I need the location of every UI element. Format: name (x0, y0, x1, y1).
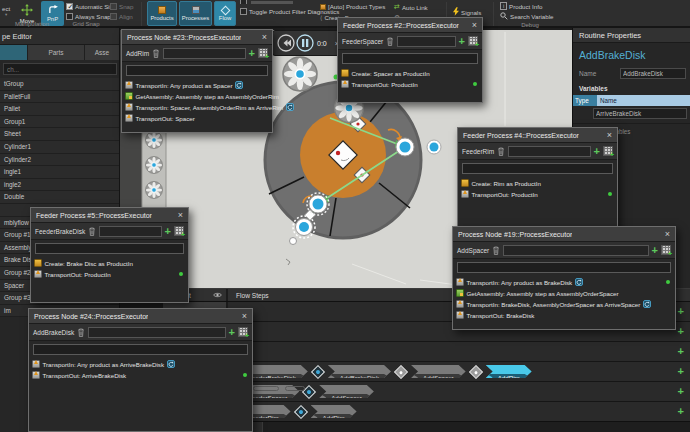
auto-link-button[interactable]: ⇄ Auto Link (394, 3, 428, 11)
list-item[interactable]: ingle2 (0, 179, 119, 192)
statement-grid-button[interactable] (603, 146, 613, 156)
panel-titlebar[interactable]: Process Node #24::ProcessExecutor× (29, 309, 252, 324)
statement-item[interactable]: TransportIn: Any product as BrakeDisk (456, 277, 672, 287)
trash-icon[interactable] (88, 222, 96, 240)
statement-item[interactable]: TransportOut: BrakeDisk (456, 310, 672, 320)
routine-name[interactable]: AddSpacer (457, 247, 489, 254)
product-info-button[interactable]: i Product Info (500, 2, 542, 10)
add-statement-button[interactable]: + (165, 226, 171, 237)
routine-name[interactable]: AddRim (126, 50, 149, 57)
flow-step-chip[interactable]: AddSpacer (411, 365, 466, 378)
simulation-playbar[interactable]: 0:0 × (272, 30, 345, 56)
panel-titlebar[interactable]: Feeder Process #5::ProcessExecutor× (31, 208, 188, 223)
trash-icon[interactable] (386, 32, 394, 50)
search-variable-button[interactable]: Search Variable (500, 12, 554, 21)
statement-item[interactable]: TransportIn: Spacer, AssemblyOrderRim as… (125, 102, 269, 112)
products-view-button[interactable]: Products (147, 1, 177, 26)
routine-filter-field[interactable] (503, 245, 648, 256)
close-icon[interactable]: × (242, 312, 247, 321)
statement-listbox[interactable] (35, 243, 184, 254)
automatic-size-checkbox[interactable]: Automatic Size (66, 3, 116, 10)
statement-listbox[interactable] (33, 344, 248, 355)
routine-name[interactable]: FeederRim (462, 148, 494, 155)
close-icon[interactable]: × (665, 230, 670, 239)
add-flow-step-button[interactable]: + (678, 306, 684, 317)
pause-button[interactable] (297, 35, 313, 51)
close-icon[interactable]: × (607, 131, 612, 140)
select-button[interactable]: ect ▾ (2, 5, 10, 17)
close-icon[interactable]: × (178, 211, 183, 220)
flow-step-chip[interactable]: AddRim (486, 365, 532, 378)
add-flow-step-button[interactable]: + (678, 366, 684, 377)
signals-button[interactable]: Signals (453, 7, 481, 17)
statement-item[interactable]: TransportIn: BrakeDisk, AssemblyOrderSpa… (456, 299, 672, 309)
trash-icon[interactable] (77, 323, 85, 341)
statement-item[interactable]: Create: Brake Disc as ProductIn (34, 258, 185, 268)
transport-link-icon[interactable] (294, 404, 308, 418)
add-flow-step-button[interactable]: + (678, 326, 684, 337)
statement-item[interactable]: GetAssembly: Assembly step as AssemblyOr… (456, 288, 672, 298)
statement-item[interactable]: Create: Rim as ProductIn (461, 178, 614, 188)
statement-grid-button[interactable] (238, 327, 248, 337)
tab-selected[interactable] (0, 45, 27, 60)
trash-icon[interactable] (497, 142, 505, 160)
routine-filter-field[interactable] (163, 48, 245, 59)
add-flow-step-button[interactable]: + (678, 346, 684, 357)
list-item[interactable]: Group1 (0, 116, 119, 129)
add-statement-button[interactable]: + (459, 36, 465, 47)
search-input[interactable] (3, 63, 117, 75)
list-item[interactable]: Cylinder2 (0, 154, 119, 167)
statement-item[interactable]: TransportOut: ProductIn (461, 189, 614, 199)
add-statement-button[interactable]: + (594, 146, 600, 157)
tab-Asse[interactable]: Asse (85, 45, 119, 60)
flow-view-button[interactable]: Flow (214, 1, 236, 26)
transport-link-icon[interactable] (394, 364, 408, 378)
statement-listbox[interactable] (457, 262, 671, 273)
always-snap-checkbox[interactable]: Always Snap (66, 13, 111, 20)
variable-name-field[interactable] (593, 108, 687, 119)
list-item[interactable]: tGroup (0, 78, 119, 91)
add-statement-button[interactable]: + (652, 245, 658, 256)
statement-item[interactable]: TransportOut: ArriveBrakeDisk (32, 370, 249, 380)
tab-Parts[interactable]: Parts (28, 45, 84, 60)
flow-step-chip[interactable]: AddBrakeDisk (328, 365, 391, 378)
statement-item[interactable]: TransportIn: Any product as Spacer (125, 80, 269, 90)
add-statement-button[interactable]: + (249, 48, 255, 59)
routine-name[interactable]: FeederSpacer (342, 38, 383, 45)
panel-titlebar[interactable]: Process Node #19::ProcessExecutor× (453, 227, 675, 242)
flow-step-chip[interactable]: AddSpacer (319, 385, 374, 398)
snap-button[interactable]: Snap (110, 3, 133, 10)
statement-item[interactable]: Create: Spacer as ProductIn (341, 68, 479, 78)
process-node-marker[interactable] (396, 138, 414, 156)
rewind-button[interactable] (278, 35, 294, 51)
statement-item[interactable]: TransportOut: ProductIn (34, 269, 185, 279)
trash-icon[interactable] (152, 44, 160, 62)
routine-name-field[interactable] (620, 68, 686, 79)
statement-listbox[interactable] (126, 65, 268, 76)
fan-wheel-small[interactable] (146, 132, 163, 149)
process-node-marker[interactable] (427, 140, 441, 154)
eye-icon[interactable] (213, 292, 222, 299)
fan-wheel-small[interactable] (146, 182, 163, 199)
variables-table-header[interactable]: Type Name (573, 95, 690, 106)
clipped-checkbox[interactable] (240, 0, 247, 4)
statement-item[interactable]: TransportOut: Spacer (125, 113, 269, 123)
add-flow-step-button[interactable]: + (678, 406, 684, 417)
routine-filter-field[interactable] (508, 146, 590, 157)
flow-step-chip[interactable]: AddRim (311, 405, 357, 418)
transport-link-icon[interactable] (469, 364, 483, 378)
close-icon[interactable]: × (262, 33, 267, 42)
fan-wheel-small[interactable] (146, 157, 163, 174)
list-item[interactable]: Pallet (0, 103, 119, 116)
routine-name[interactable]: FeederBrakeDisk (35, 228, 85, 235)
statement-grid-button[interactable] (258, 48, 268, 58)
statement-grid-button[interactable] (468, 36, 478, 46)
close-icon[interactable]: × (472, 21, 477, 30)
statement-item[interactable]: GetAssembly: Assembly step as AssemblyOr… (125, 91, 269, 101)
statement-listbox[interactable] (342, 53, 478, 64)
add-statement-button[interactable]: + (229, 327, 235, 338)
routine-filter-field[interactable] (99, 226, 161, 237)
list-item[interactable]: Cylinder1 (0, 141, 119, 154)
auto-product-types-button[interactable]: [Auto] Product Types (320, 3, 385, 10)
transport-link-icon[interactable] (311, 364, 325, 378)
